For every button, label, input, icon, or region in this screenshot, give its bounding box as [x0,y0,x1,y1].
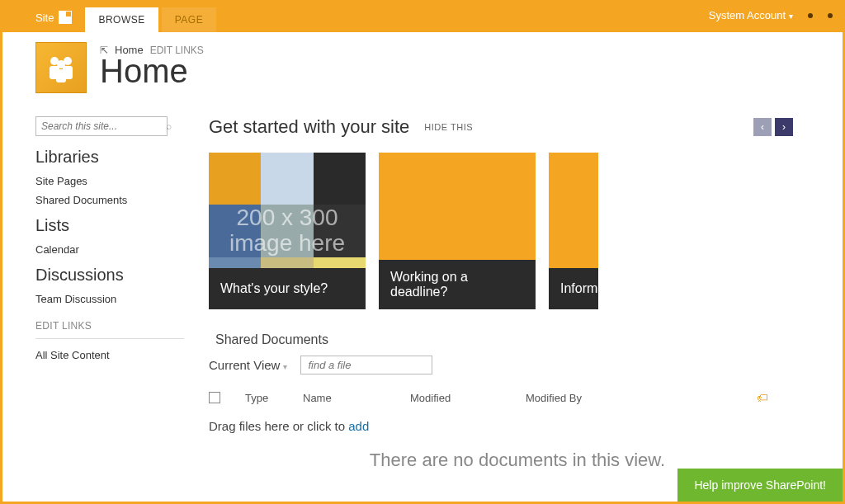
account-menu[interactable]: System Account▾ [709,9,793,21]
col-modified-by[interactable]: Modified By [526,392,732,404]
carousel-next-button[interactable]: › [775,118,793,136]
tile-caption: Working on a deadline? [379,260,536,309]
nav-heading-lists: Lists [35,216,184,235]
documents-grid-header: Type Name Modified Modified By 🏷 [209,386,826,409]
col-modified[interactable]: Modified [410,392,501,404]
get-started-title: Get started with your site [209,116,409,138]
svg-rect-5 [56,69,66,82]
ribbon-dot-2[interactable] [828,13,833,18]
sidebar: ⌕ Libraries Site Pages Shared Documents … [35,116,184,471]
nav-all-site-content[interactable]: All Site Content [35,346,184,365]
search-input[interactable] [41,120,166,132]
promoted-tiles: 200 x 300 image here What's your style? … [209,153,826,309]
col-name[interactable]: Name [303,392,385,404]
col-type[interactable]: Type [245,392,278,404]
select-all-checkbox[interactable] [209,392,220,403]
nav-shared-documents[interactable]: Shared Documents [35,191,184,210]
nav-calendar[interactable]: Calendar [35,240,184,259]
hide-this-link[interactable]: HIDE THIS [424,122,473,132]
main-content: Get started with your site HIDE THIS ‹ ›… [209,116,843,471]
documents-title: Shared Documents [209,332,826,347]
tile-style[interactable]: 200 x 300 image here What's your style? [209,153,366,309]
tile-caption: What's your style? [209,268,366,309]
sidebar-divider [35,338,184,339]
site-logo[interactable] [35,42,87,93]
edit-page-icon[interactable] [59,11,72,24]
find-file-input[interactable] [300,356,432,374]
page-header: ⇱ Home EDIT LINKS Home [2,32,843,93]
svg-point-4 [57,60,65,68]
nav-heading-discussions: Discussions [35,266,184,285]
documents-webpart: Shared Documents Current View▾ Type Name… [209,332,826,471]
page-title: Home [100,53,204,90]
tile-deadline[interactable]: Working on a deadline? [379,153,536,309]
ribbon-dot-1[interactable] [808,13,813,18]
tags-icon[interactable]: 🏷 [757,391,768,404]
carousel-prev-button[interactable]: ‹ [753,118,772,136]
tab-browse[interactable]: BROWSE [85,7,158,32]
nav-site-pages[interactable]: Site Pages [35,172,184,191]
tab-page[interactable]: PAGE [162,7,216,32]
tile-caption: Informa [549,268,598,309]
nav-team-discussion[interactable]: Team Discussion [35,290,184,309]
tile-informa[interactable]: Informa [549,153,598,309]
sidebar-edit-links[interactable]: EDIT LINKS [35,320,184,332]
drop-files-hint[interactable]: Drag files here or click to add [209,419,826,433]
ribbon-bar: Site BROWSE PAGE System Account▾ [2,2,843,32]
team-icon [44,50,78,85]
help-improve-button[interactable]: Help improve SharePoint! [677,469,843,502]
nav-heading-libraries: Libraries [35,148,184,167]
search-box[interactable]: ⌕ [35,116,168,136]
site-label[interactable]: Site [35,12,54,24]
search-icon[interactable]: ⌕ [166,120,172,132]
add-link[interactable]: add [348,419,369,433]
current-view-dropdown[interactable]: Current View▾ [209,358,287,372]
